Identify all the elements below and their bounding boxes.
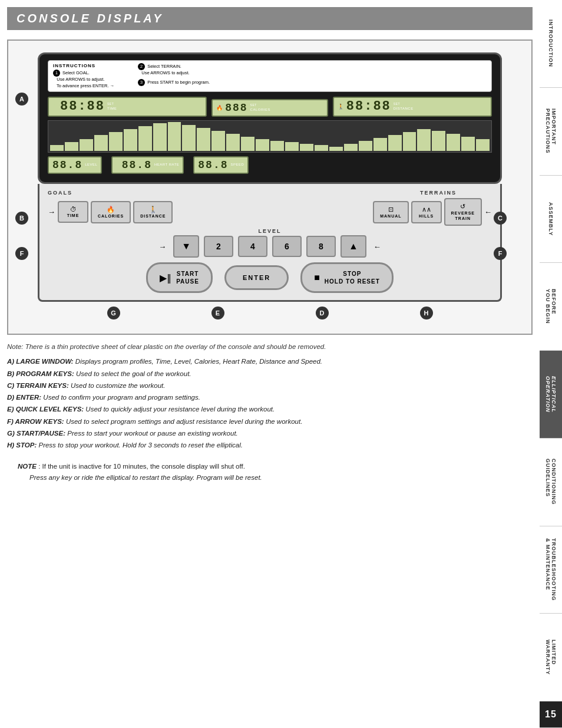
calories-key-label: CALORIES [98, 214, 124, 218]
arrow-down-btn[interactable]: ▼ [173, 235, 199, 258]
desc-e-key: E) QUICK LEVEL KEYS: [7, 406, 84, 413]
desc-c-text: Used to customize the workout. [71, 382, 165, 389]
sidebar-tab-before[interactable]: BEFOREYOU BEGIN [540, 263, 562, 351]
label-b: B [15, 212, 28, 225]
desc-a: A) LARGE WINDOW: Displays program profil… [7, 357, 533, 367]
bar-30 [476, 139, 490, 151]
bar-1 [50, 145, 64, 151]
desc-d-text: Used to confirm your program and program… [43, 394, 200, 401]
arrow-f-left-ptr: → [158, 242, 166, 251]
bar-16 [270, 141, 284, 151]
lcd-time: ⏱ 88:88 SET TIME [48, 97, 207, 117]
goals-terrain-keys-row: → ⏱ TIME 🔥 CALORIES 🚶 DISTANCE [48, 198, 492, 226]
desc-g: G) START/PAUSE: Press to start your work… [7, 429, 533, 439]
bar-5 [109, 132, 123, 151]
goal-key-time[interactable]: ⏱ TIME [58, 201, 88, 223]
note-line1: NOTE : If the unit is inactive for 10 mi… [18, 461, 522, 472]
page-header: CONSOLE DISPLAY [7, 7, 533, 30]
label-f-right: F [494, 247, 507, 260]
goal-key-distance[interactable]: 🚶 DISTANCE [133, 201, 173, 223]
terrain-key-hills[interactable]: ∧∧ HILLS [411, 201, 442, 223]
terrains-label: TERRAINS [420, 190, 457, 196]
desc-d: D) ENTER: Used to confirm your program a… [7, 393, 533, 403]
bar-8 [153, 123, 167, 151]
display-area: INSTRUCTIONS 1 Select GOAL. Use ARROWS t… [38, 52, 502, 184]
lcd-time-digits: 88:88 [60, 100, 105, 113]
manual-key-label: MANUAL [380, 214, 401, 218]
lcd-level: 88.8 LEVEL [48, 156, 102, 174]
goal-key-calories[interactable]: 🔥 CALORIES [91, 201, 131, 223]
lcd-level-digits: 88.8 [52, 160, 82, 170]
lcd-calories-label: SET CALORIES [250, 103, 270, 112]
lcd-calories: 🔥 888 SET CALORIES [211, 99, 328, 117]
stop-icon: ■ [314, 272, 320, 283]
desc-c: C) TERRAIN KEYS: Used to customize the w… [7, 381, 533, 391]
lcd-calories-digits: 888 [225, 103, 247, 113]
enter-button[interactable]: ENTER [224, 265, 289, 290]
bar-11 [197, 128, 210, 151]
desc-g-text: Press to start your workout or pause an … [67, 430, 238, 437]
sidebar-tab-precautions[interactable]: IMPORTANTPRECAUTIONS [540, 88, 562, 176]
note-text-1: : If the unit is inactive for 10 minutes… [38, 463, 245, 470]
distance-icon: 🚶 [140, 206, 166, 213]
instruction-step2: 2 Select TERRAIN. Use ARROWS to adjust. [138, 63, 210, 77]
bar-15 [256, 139, 269, 151]
bar-20 [329, 147, 343, 151]
terrain-key-manual[interactable]: ⊡ MANUAL [373, 201, 408, 223]
bar-14 [241, 137, 254, 151]
sidebar-tab-assembly[interactable]: ASSEMBLY [540, 176, 562, 263]
enter-label: ENTER [243, 274, 270, 281]
stop-label: STOPHOLD TO RESET [325, 270, 380, 285]
stop-button[interactable]: ■ STOPHOLD TO RESET [300, 262, 394, 293]
hills-icon: ∧∧ [418, 206, 435, 213]
lcd-distance: 🚶 88:88 SET DISTANCE [333, 97, 492, 117]
sidebar-tab-conditioning[interactable]: CONDITIONINGGUIDELINES [540, 439, 562, 526]
level-key-4[interactable]: 4 [238, 236, 267, 257]
lcd-hr-digits: 88.8 [122, 160, 152, 170]
sidebar-tab-operation[interactable]: ELLIPTICALOPERATION [540, 351, 562, 439]
level-label: LEVEL [48, 228, 492, 234]
instructions-right: 2 Select TERRAIN. Use ARROWS to adjust. … [138, 63, 210, 89]
start-pause-icon: ▶‖ [160, 272, 171, 284]
desc-b: B) PROGRAM KEYS: Used to select the goal… [7, 369, 533, 379]
terrain-key-reverse[interactable]: ↺ REVERSETRAIN [444, 198, 482, 226]
instruction-step1: 1 Select GOAL. Use ARROWS to adjust. To … [53, 70, 114, 89]
lcd-bottom-row: 88.8 LEVEL ♥ 88.8 HEART RATE 88.8 SPEED [48, 156, 492, 174]
start-pause-button[interactable]: ▶‖ STARTPAUSE [146, 262, 213, 293]
calories-icon: 🔥 [98, 206, 124, 213]
start-pause-label: STARTPAUSE [176, 270, 199, 285]
goals-label: GOALS [48, 190, 72, 196]
bar-25 [403, 132, 416, 151]
reverse-key-label: REVERSETRAIN [451, 211, 475, 220]
arrow-f-right-ptr: ← [373, 242, 381, 251]
level-key-6[interactable]: 6 [272, 236, 302, 257]
sidebar-tab-introduction[interactable]: INTRODUCTION [540, 0, 562, 88]
lcd-heart-rate: ♥ 88.8 HEART RATE [111, 156, 184, 174]
sidebar-tab-troubleshooting[interactable]: TROUBLESHOOTING& MAINTENANCE [540, 526, 562, 614]
bar-7 [138, 126, 152, 151]
console-diagram-box: A B C F F INSTRUCTIONS 1 Select GOAL. Us… [7, 39, 533, 335]
bar-22 [359, 141, 372, 151]
bar-27 [432, 131, 445, 151]
arrow-up-btn[interactable]: ▲ [340, 235, 366, 258]
desc-d-key: D) ENTER: [7, 394, 41, 401]
level-key-2[interactable]: 2 [204, 236, 233, 257]
level-key-8[interactable]: 8 [306, 236, 336, 257]
time-key-label: TIME [67, 213, 80, 218]
label-f-left: F [15, 247, 28, 260]
bar-23 [373, 138, 387, 151]
bar-12 [211, 131, 225, 151]
label-c: C [494, 212, 507, 225]
note-text: Note: There is a thin protective sheet o… [7, 343, 326, 350]
desc-e-text: Used to quickly adjust your resistance l… [85, 406, 275, 413]
desc-a-text: Displays program profiles, Time, Level, … [75, 358, 322, 365]
desc-f: F) ARROW KEYS: Used to select program se… [7, 417, 533, 427]
desc-g-key: G) START/PAUSE: [7, 430, 65, 437]
distance-key-label: DISTANCE [140, 214, 166, 218]
sidebar-tab-warranty[interactable]: LIMITEDWARRANTY [540, 614, 562, 701]
bar-17 [285, 142, 299, 151]
instructions-banner: INSTRUCTIONS 1 Select GOAL. Use ARROWS t… [48, 60, 492, 92]
reverse-icon: ↺ [451, 203, 475, 210]
label-g: G [107, 307, 120, 319]
desc-b-text: Used to select the goal of the workout. [76, 370, 191, 377]
